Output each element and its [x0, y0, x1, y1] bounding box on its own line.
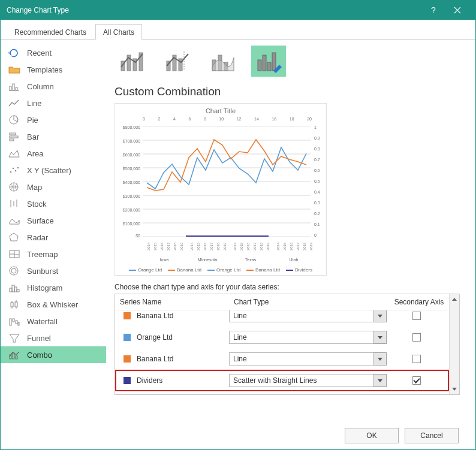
svg-rect-38	[18, 322, 19, 325]
svg-rect-40	[13, 353, 14, 359]
sidebar-item-stock[interactable]: Stock	[1, 195, 106, 212]
cancel-button[interactable]: Cancel	[405, 428, 459, 443]
combo-subtype-gallery	[109, 46, 466, 85]
combo-subtype-custom[interactable]	[251, 46, 286, 77]
svg-rect-41	[16, 356, 17, 359]
sidebar-item-sunburst[interactable]: Sunburst	[1, 262, 106, 279]
chart-preview[interactable]: Chart Title $800,000 $700,000 $600,000 $…	[115, 103, 327, 276]
sidebar-item-funnel[interactable]: Funnel	[1, 330, 106, 346]
svg-marker-18	[10, 233, 18, 241]
svg-rect-29	[11, 303, 13, 307]
chevron-down-icon[interactable]	[373, 331, 387, 344]
svg-rect-28	[17, 289, 19, 292]
secondary-axis-checkbox[interactable]	[412, 312, 421, 320]
tab-all-charts[interactable]: All Charts	[95, 24, 142, 40]
svg-rect-35	[10, 319, 11, 325]
chart-type-dropdown[interactable]: Line	[229, 310, 387, 322]
svg-point-24	[11, 268, 16, 273]
combo-subtype-3[interactable]	[206, 46, 240, 77]
sidebar-item-histogram[interactable]: Histogram	[1, 279, 106, 296]
svg-rect-26	[12, 285, 14, 292]
svg-rect-56	[272, 53, 276, 71]
recent-icon	[8, 47, 21, 58]
map-chart-icon	[8, 182, 21, 192]
combo-subtype-2[interactable]	[160, 46, 195, 77]
series-color-swatch	[123, 355, 131, 363]
series-row: Orange Ltd Line	[115, 327, 449, 348]
folder-icon	[8, 64, 21, 75]
chevron-down-icon[interactable]	[373, 374, 387, 387]
scatter-chart-icon	[8, 165, 21, 176]
svg-point-13	[17, 167, 19, 169]
svg-rect-9	[10, 139, 14, 141]
series-color-swatch	[123, 312, 131, 319]
chart-legend: Orange Ltd Banana Ltd Orange Ltd Banana …	[115, 267, 326, 273]
series-row-dividers: Dividers Scatter with Straight Lines	[115, 370, 449, 391]
sidebar-item-combo[interactable]: Combo	[1, 346, 106, 363]
sidebar-item-templates[interactable]: Templates	[1, 61, 106, 78]
sidebar-item-map[interactable]: Map	[1, 179, 106, 195]
series-name: Banana Ltd	[137, 312, 229, 320]
series-grid: Series Name Chart Type Secondary Axis Ba…	[115, 294, 460, 395]
dialog-footer: OK Cancel	[109, 422, 466, 443]
sidebar-item-bar[interactable]: Bar	[1, 128, 106, 145]
sidebar-item-waterfall[interactable]: Waterfall	[1, 313, 106, 330]
series-name: Orange Ltd	[137, 333, 229, 342]
svg-rect-54	[263, 55, 266, 71]
svg-rect-37	[16, 321, 17, 324]
scroll-up-icon[interactable]	[450, 294, 459, 304]
box-whisker-chart-icon	[8, 299, 21, 310]
funnel-chart-icon	[8, 333, 21, 343]
sidebar-item-recent[interactable]: Recent	[1, 44, 106, 61]
help-icon[interactable]: ?	[421, 1, 445, 20]
sidebar-item-pie[interactable]: Pie	[1, 111, 106, 128]
svg-rect-2	[10, 86, 11, 90]
chevron-down-icon[interactable]	[373, 310, 387, 322]
sidebar-item-line[interactable]: Line	[1, 95, 106, 111]
sidebar-item-box-whisker[interactable]: Box & Whisker	[1, 296, 106, 313]
svg-rect-55	[267, 62, 271, 71]
svg-rect-4	[16, 87, 17, 90]
svg-point-11	[13, 168, 14, 170]
series-name: Banana Ltd	[137, 355, 229, 363]
sidebar-item-radar[interactable]: Radar	[1, 229, 106, 246]
stock-chart-icon	[8, 198, 21, 209]
combo-chart-icon	[8, 349, 21, 360]
waterfall-chart-icon	[8, 316, 21, 327]
window-title: Change Chart Type	[7, 6, 69, 14]
secondary-axis-checkbox[interactable]	[412, 355, 421, 363]
series-color-swatch	[123, 334, 131, 341]
radar-chart-icon	[8, 232, 21, 243]
bar-chart-icon	[8, 131, 21, 142]
chart-type-dropdown[interactable]: Line	[229, 331, 387, 344]
scroll-down-icon[interactable]	[450, 384, 459, 394]
secondary-axis-checkbox[interactable]	[412, 333, 421, 342]
subtype-heading: Custom Combination	[109, 85, 466, 103]
sidebar-item-area[interactable]: Area	[1, 145, 106, 162]
pie-chart-icon	[8, 114, 21, 125]
svg-point-23	[10, 267, 18, 275]
sidebar-item-scatter[interactable]: X Y (Scatter)	[1, 162, 106, 179]
combo-subtype-1[interactable]	[115, 46, 149, 77]
svg-rect-53	[258, 60, 261, 71]
svg-rect-8	[10, 136, 18, 138]
sidebar-item-surface[interactable]: Surface	[1, 212, 106, 229]
secondary-axis-checkbox[interactable]	[412, 376, 421, 385]
ok-button[interactable]: OK	[345, 428, 399, 443]
area-chart-icon	[8, 148, 21, 159]
close-icon[interactable]	[445, 1, 469, 20]
chart-type-dropdown[interactable]: Line	[229, 352, 387, 366]
svg-rect-25	[10, 288, 12, 292]
grid-scrollbar[interactable]	[449, 294, 459, 394]
svg-point-12	[15, 170, 17, 172]
sidebar-item-treemap[interactable]: Treemap	[1, 246, 106, 262]
svg-rect-32	[15, 302, 17, 307]
series-row: Banana Ltd Line	[115, 348, 449, 370]
tab-row: Recommended Charts All Charts	[1, 20, 475, 40]
svg-rect-3	[13, 84, 14, 90]
sidebar-item-column[interactable]: Column	[1, 78, 106, 95]
chart-type-dropdown[interactable]: Scatter with Straight Lines	[229, 374, 387, 387]
tab-recommended[interactable]: Recommended Charts	[7, 24, 94, 40]
series-color-swatch	[123, 377, 131, 384]
chevron-down-icon[interactable]	[373, 352, 387, 366]
